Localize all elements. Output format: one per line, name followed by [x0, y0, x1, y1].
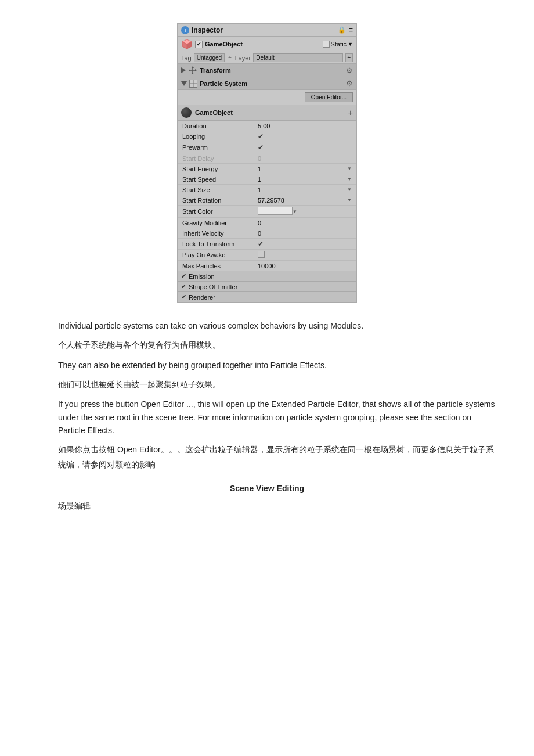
prop-value-start-size[interactable]: 1: [258, 186, 347, 193]
body-text: Individual particle systems can take on …: [35, 319, 499, 472]
transform-collapse-arrow: [181, 67, 186, 73]
prop-label-start-color: Start Color: [182, 208, 258, 215]
gameobject-row: ✔ GameObject Static ▼: [178, 37, 356, 52]
prop-value-duration[interactable]: 5.00: [258, 123, 352, 129]
prop-start-size: Start Size 1 ▼: [178, 185, 356, 195]
prop-start-rotation: Start Rotation 57.29578 ▼: [178, 195, 356, 206]
prop-prewarm: Prewarm ✔: [178, 142, 356, 153]
inspector-panel: i Inspector 🔒 ≡ ✔ GameObject Static ▼ Ta: [177, 23, 357, 303]
svg-marker-7: [192, 73, 194, 74]
prop-label-prewarm: Prewarm: [182, 144, 258, 151]
renderer-label: Renderer: [189, 294, 215, 301]
module-emission[interactable]: ✔ Emission: [178, 271, 356, 282]
tag-label: Tag: [181, 55, 192, 62]
prop-start-speed: Start Speed 1 ▼: [178, 174, 356, 185]
layer-dropdown[interactable]: Default: [253, 53, 342, 62]
prop-label-start-speed: Start Speed: [182, 176, 258, 183]
prop-label-looping: Looping: [182, 133, 258, 140]
para2-en: They can also be extended by being group…: [58, 359, 499, 372]
shape-check: ✔: [181, 283, 186, 290]
prop-play-on-awake: Play On Awake: [178, 250, 356, 261]
start-size-arrow: ▼: [347, 187, 352, 192]
prop-lock-to-transform: Lock To Transform ✔: [178, 239, 356, 250]
transform-section-row[interactable]: Transform ⚙: [178, 64, 356, 77]
prop-start-color: Start Color ▼: [178, 206, 356, 218]
menu-icon[interactable]: ≡: [348, 26, 353, 34]
prop-label-start-energy: Start Energy: [182, 165, 258, 172]
ps-icon: [189, 80, 197, 88]
tag-dropdown[interactable]: Untagged: [194, 53, 225, 62]
tag-step[interactable]: ÷: [228, 55, 232, 61]
particle-system-section-row[interactable]: Particle System ⚙: [178, 77, 356, 90]
svg-marker-6: [192, 66, 194, 68]
emission-check: ✔: [181, 272, 186, 280]
add-component-button[interactable]: +: [348, 108, 353, 117]
prop-start-delay: Start Delay 0: [178, 153, 356, 164]
gameobject-name: GameObject: [205, 41, 320, 48]
ps-collapse-arrow: [181, 81, 187, 86]
prop-value-looping[interactable]: ✔: [258, 132, 352, 141]
prop-start-energy: Start Energy 1 ▼: [178, 164, 356, 174]
section-heading-en: Scene View Editing: [35, 484, 499, 493]
go-sub-name: GameObject: [195, 109, 345, 116]
static-checkbox[interactable]: [323, 41, 330, 48]
prop-value-start-rotation[interactable]: 57.29578: [258, 197, 347, 204]
color-swatch[interactable]: [258, 207, 293, 215]
start-speed-arrow: ▼: [347, 177, 352, 182]
shape-label: Shape Of Emitter: [189, 283, 237, 290]
go-checkbox[interactable]: ✔: [195, 41, 203, 48]
prop-value-play-on-awake[interactable]: [258, 251, 265, 259]
prop-label-gravity-modifier: Gravity Modifier: [182, 219, 258, 226]
para3-zh: 如果你点击按钮 Open Editor。。。这会扩出粒子编辑器，显示所有的粒子系…: [58, 442, 499, 471]
para2-zh: 他们可以也被延长由被一起聚集到粒子效果。: [58, 377, 499, 392]
prop-label-start-rotation: Start Rotation: [182, 197, 258, 204]
renderer-check: ✔: [181, 293, 186, 301]
prop-value-lock-to-transform[interactable]: ✔: [258, 240, 352, 248]
para1-zh: 个人粒子系统能与各个的复合行为借用模块。: [58, 338, 499, 352]
info-icon: i: [181, 26, 189, 34]
emission-label: Emission: [189, 273, 215, 280]
prop-value-max-particles[interactable]: 10000: [258, 262, 352, 269]
start-color-arrow: ▼: [293, 209, 297, 214]
prop-max-particles: Max Particles 10000: [178, 261, 356, 271]
play-on-awake-checkbox[interactable]: [258, 251, 265, 258]
prop-looping: Looping ✔: [178, 131, 356, 142]
prop-label-duration: Duration: [182, 123, 258, 129]
layer-step[interactable]: ÷: [345, 53, 353, 62]
start-rotation-arrow: ▼: [347, 197, 352, 203]
lock-icon[interactable]: 🔒: [338, 26, 346, 34]
transform-gear-icon[interactable]: ⚙: [346, 66, 353, 75]
ps-gear-icon[interactable]: ⚙: [346, 79, 353, 88]
prop-value-inherit-velocity[interactable]: 0: [258, 230, 352, 237]
open-editor-row: Open Editor...: [178, 90, 356, 105]
para1-en: Individual particle systems can take on …: [58, 319, 499, 332]
prop-value-gravity-modifier[interactable]: 0: [258, 219, 352, 226]
prop-label-start-delay: Start Delay: [182, 155, 258, 162]
prop-value-start-speed[interactable]: 1: [258, 176, 347, 183]
prop-gravity-modifier: Gravity Modifier 0: [178, 218, 356, 228]
start-energy-arrow: ▼: [347, 166, 352, 171]
prop-label-max-particles: Max Particles: [182, 262, 258, 269]
svg-marker-8: [189, 69, 190, 71]
go-subheader: GameObject +: [178, 105, 356, 121]
prop-label-inherit-velocity: Inherit Velocity: [182, 230, 258, 237]
particle-system-label: Particle System: [200, 80, 344, 87]
open-editor-button[interactable]: Open Editor...: [305, 92, 353, 102]
prop-value-start-color[interactable]: [258, 207, 293, 216]
prop-value-prewarm[interactable]: ✔: [258, 143, 352, 152]
prop-value-start-delay[interactable]: 0: [258, 155, 352, 162]
tag-layer-row: Tag Untagged ÷ Layer Default ÷: [178, 52, 356, 64]
para3-en: If you press the button Open Editor ...,…: [58, 398, 499, 437]
prop-duration: Duration 5.00: [178, 121, 356, 131]
transform-icon: [188, 66, 197, 75]
module-renderer[interactable]: ✔ Renderer: [178, 292, 356, 303]
static-label: Static: [331, 41, 347, 48]
prop-label-lock-to-transform: Lock To Transform: [182, 240, 258, 247]
module-shape-of-emitter[interactable]: ✔ Shape Of Emitter: [178, 282, 356, 292]
cube-icon: [181, 38, 193, 50]
prop-label-play-on-awake: Play On Awake: [182, 251, 258, 258]
layer-label: Layer: [235, 55, 251, 62]
static-dropdown-arrow[interactable]: ▼: [348, 41, 353, 47]
section-heading-zh: 场景编辑: [58, 499, 499, 513]
prop-value-start-energy[interactable]: 1: [258, 165, 347, 172]
